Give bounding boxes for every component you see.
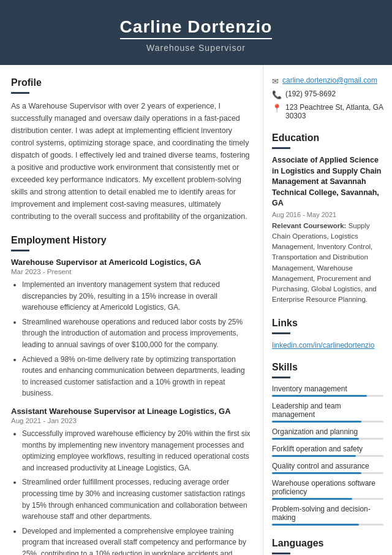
location-icon: 📍 (272, 104, 282, 113)
address-text: 123 Peachtree St, Atlanta, GA 30303 (285, 103, 383, 120)
edu-dates: Aug 2016 - May 2021 (272, 211, 383, 218)
contact-section: ✉ carline.dortenzio@gmail.com 📞 (192) 97… (272, 76, 383, 120)
job-1-title: Warehouse Supervisor at Americold Logist… (11, 258, 252, 267)
links-section: Links linkedin.com/in/carlinedortenzio (272, 318, 383, 350)
job-2-bullet-1: Successfully improved warehouse efficien… (22, 428, 252, 473)
linkedin-link[interactable]: linkedin.com/in/carlinedortenzio (272, 340, 383, 350)
candidate-name: Carline Dortenzio (120, 17, 273, 39)
employment-section: Employment History Warehouse Supervisor … (11, 235, 252, 555)
job-1-bullet-1: Implemented an inventory management syst… (22, 279, 252, 313)
job-1: Warehouse Supervisor at Americold Logist… (11, 258, 252, 399)
resume-header: Carline Dortenzio Warehouse Supervisor (0, 0, 392, 65)
job-1-bullet-3: Achieved a 98% on-time delivery rate by … (22, 354, 252, 399)
skill-1-label: Inventory management (272, 385, 383, 393)
skill-4: Forklift operation and safety (272, 445, 383, 457)
linkedin-url[interactable]: linkedin.com/in/carlinedortenzio (272, 341, 374, 350)
job-2-bullet-3: Developed and implemented a comprehensiv… (22, 526, 252, 555)
email-icon: ✉ (272, 77, 279, 86)
email-link[interactable]: carline.dortenzio@gmail.com (282, 76, 377, 85)
skills-section: Skills Inventory management Leadership a… (272, 362, 383, 526)
skill-5: Quality control and assurance (272, 462, 383, 474)
skill-6-bar-bg (272, 498, 383, 500)
job-2-title: Assistant Warehouse Supervisor at Lineag… (11, 407, 252, 416)
employment-divider (11, 250, 29, 251)
skill-3-bar-bg (272, 438, 383, 440)
skill-3-label: Organization and planning (272, 427, 383, 436)
skill-2-bar-bg (272, 421, 383, 423)
job-2-bullet-2: Streamlined order fulfillment processes,… (22, 477, 252, 522)
languages-divider (272, 553, 290, 554)
skill-3: Organization and planning (272, 427, 383, 440)
phone-text: (192) 975-8692 (285, 90, 336, 98)
profile-section: Profile As a Warehouse Supervisor with o… (11, 77, 252, 223)
skill-7: Problem-solving and decision-making (272, 505, 383, 526)
links-divider (272, 332, 290, 334)
contact-phone: 📞 (192) 975-8692 (272, 90, 383, 99)
employment-title: Employment History (11, 235, 252, 246)
edu-courses-text: Supply Chain Operations, Logistics Manag… (272, 222, 377, 304)
skills-title: Skills (272, 362, 383, 373)
education-divider (272, 147, 290, 149)
job-2-bullets: Successfully improved warehouse efficien… (11, 428, 252, 555)
skill-6-label: Warehouse operations software proficienc… (272, 479, 383, 496)
skill-7-bar-bg (272, 524, 383, 526)
profile-title: Profile (11, 77, 252, 88)
languages-section: Languages English Hindi (272, 538, 383, 556)
contact-address: 📍 123 Peachtree St, Atlanta, GA 30303 (272, 103, 383, 120)
links-title: Links (272, 318, 383, 329)
education-section: Education Associate of Applied Science i… (272, 132, 383, 305)
resume-body: Profile As a Warehouse Supervisor with o… (0, 65, 392, 555)
skill-4-label: Forklift operation and safety (272, 445, 383, 453)
edu-courses-label: Relevant Coursework: (272, 222, 346, 229)
phone-icon: 📞 (272, 90, 282, 99)
candidate-title: Warehouse Supervisor (146, 43, 246, 53)
skill-5-label: Quality control and assurance (272, 462, 383, 470)
edu-courses: Relevant Coursework: Supply Chain Operat… (272, 221, 383, 305)
skill-2-label: Leadership and team management (272, 402, 383, 419)
skill-1: Inventory management (272, 385, 383, 397)
skill-7-label: Problem-solving and decision-making (272, 505, 383, 522)
right-column: ✉ carline.dortenzio@gmail.com 📞 (192) 97… (263, 65, 392, 555)
skill-2: Leadership and team management (272, 402, 383, 423)
job-1-bullet-2: Streamlined warehouse operations and red… (22, 316, 252, 351)
job-1-bullets: Implemented an inventory management syst… (11, 279, 252, 399)
skill-4-bar-bg (272, 455, 383, 457)
languages-title: Languages (272, 538, 383, 549)
skill-1-bar-bg (272, 395, 383, 397)
profile-divider (11, 92, 29, 94)
skills-divider (272, 377, 290, 378)
job-1-dates: Mar 2023 - Present (11, 268, 252, 275)
skill-6: Warehouse operations software proficienc… (272, 479, 383, 500)
edu-degree: Associate of Applied Science in Logistic… (272, 155, 383, 209)
skill-5-bar-bg (272, 472, 383, 474)
left-column: Profile As a Warehouse Supervisor with o… (0, 65, 263, 555)
education-title: Education (272, 132, 383, 144)
contact-email: ✉ carline.dortenzio@gmail.com (272, 76, 383, 86)
profile-text: As a Warehouse Supervisor with over 2 ye… (11, 100, 252, 223)
job-2: Assistant Warehouse Supervisor at Lineag… (11, 407, 252, 555)
job-2-dates: Aug 2021 - Jan 2023 (11, 417, 252, 424)
